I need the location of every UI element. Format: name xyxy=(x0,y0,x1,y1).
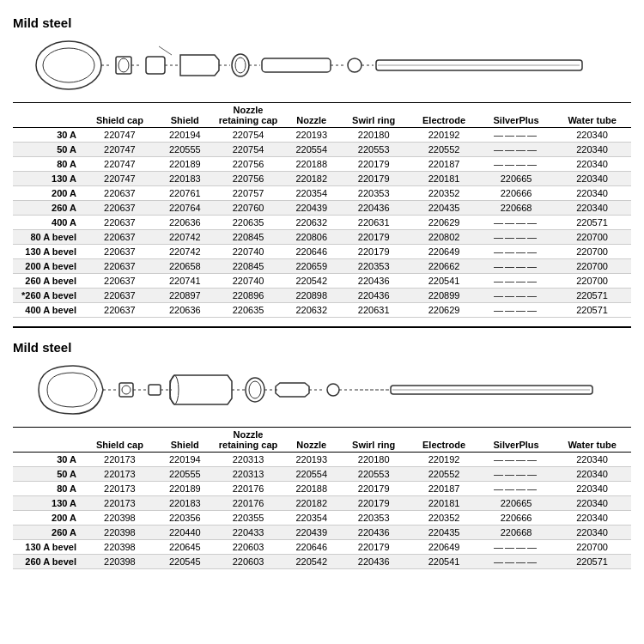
row-cell: ———— xyxy=(479,467,553,482)
row-cell: 220180 xyxy=(338,453,409,467)
row-cell: 220747 xyxy=(82,143,158,157)
row-cell: 220340 xyxy=(553,453,631,467)
row-cell: 220665 xyxy=(479,496,553,511)
row-cell: ———— xyxy=(479,128,553,143)
diagram2 xyxy=(13,360,631,420)
row-label: 130 A xyxy=(13,496,82,511)
table-row: 200 A22063722076122075722035422035322035… xyxy=(13,186,631,201)
row-cell: 220756 xyxy=(212,172,285,186)
section2-title: Mild steel xyxy=(13,340,631,355)
row-cell: 220665 xyxy=(479,172,553,186)
col2-header-swirl: Swirl ring xyxy=(338,428,409,453)
row-cell: 220194 xyxy=(158,128,212,143)
col-header-silverplus: SilverPlus xyxy=(479,103,553,128)
row-cell: 220435 xyxy=(409,201,479,216)
row-cell: 220436 xyxy=(338,201,409,216)
row-cell: 220192 xyxy=(409,128,479,143)
row-cell: 220188 xyxy=(284,157,338,172)
col2-header-label xyxy=(13,428,82,453)
row-cell: 220554 xyxy=(284,143,338,157)
col-header-electrode: Electrode xyxy=(409,103,479,128)
row-label: 30 A xyxy=(13,128,82,143)
row-cell: 220313 xyxy=(212,453,285,467)
row-cell: 220352 xyxy=(409,186,479,201)
col2-header-nozzle-ret: Nozzleretaining cap xyxy=(212,428,285,453)
col-header-nozzle: Nozzle xyxy=(284,103,338,128)
table-row: 30 A220173220194220313220193220180220192… xyxy=(13,453,631,467)
table-row: 80 A220747220189220756220188220179220187… xyxy=(13,157,631,172)
row-cell: 220182 xyxy=(284,496,338,511)
row-cell: 220183 xyxy=(158,496,212,511)
row-cell: 220649 xyxy=(409,540,479,555)
row-cell: 220194 xyxy=(158,453,212,467)
row-cell: 220353 xyxy=(338,259,409,274)
row-cell: 220740 xyxy=(212,245,285,259)
row-cell: 220649 xyxy=(409,245,479,259)
svg-rect-21 xyxy=(119,383,133,397)
row-cell: 220632 xyxy=(284,216,338,230)
row-label: 200 A bevel xyxy=(13,259,82,274)
row-label: 130 A xyxy=(13,172,82,186)
row-cell: 220636 xyxy=(158,216,212,230)
row-cell: 220439 xyxy=(284,201,338,216)
row-cell: 220658 xyxy=(158,259,212,274)
svg-point-16 xyxy=(348,58,361,72)
col2-header-shield: Shield xyxy=(158,428,212,453)
row-cell: ———— xyxy=(479,143,553,157)
svg-rect-13 xyxy=(262,58,331,72)
row-cell: 220340 xyxy=(553,157,631,172)
row-cell: 220754 xyxy=(212,143,285,157)
row-cell: 220181 xyxy=(409,172,479,186)
row-label: 130 A bevel xyxy=(13,245,82,259)
row-cell: ———— xyxy=(479,555,553,569)
table-section2: Shield cap Shield Nozzleretaining cap No… xyxy=(13,427,631,569)
row-cell: 220398 xyxy=(82,540,158,555)
row-cell: 220173 xyxy=(82,482,158,496)
row-cell: 220764 xyxy=(158,201,212,216)
row-cell: 220646 xyxy=(284,245,338,259)
row-cell: 220659 xyxy=(284,259,338,274)
col-header-shield: Shield xyxy=(158,103,212,128)
row-label: 80 A xyxy=(13,157,82,172)
row-label: 130 A bevel xyxy=(13,540,82,555)
table-row: 260 A bevel22063722074122074022054222043… xyxy=(13,274,631,289)
table-row: 130 A bevel22063722074222074022064622017… xyxy=(13,245,631,259)
row-cell: 220179 xyxy=(338,230,409,245)
table-section1: Shield cap Shield Nozzleretaining cap No… xyxy=(13,102,631,318)
row-cell: 220571 xyxy=(553,289,631,303)
row-cell: 220553 xyxy=(338,143,409,157)
row-cell: 220756 xyxy=(212,157,285,172)
row-cell: 220757 xyxy=(212,186,285,201)
row-cell: 220629 xyxy=(409,303,479,318)
row-cell: 220645 xyxy=(158,540,212,555)
row-cell: 220340 xyxy=(553,172,631,186)
svg-point-11 xyxy=(235,58,246,73)
table-row: 80 A220173220189220176220188220179220187… xyxy=(13,482,631,496)
row-label: 50 A xyxy=(13,143,82,157)
col2-header-electrode: Electrode xyxy=(409,428,479,453)
row-cell: 220897 xyxy=(158,289,212,303)
row-cell: 220340 xyxy=(553,467,631,482)
row-label: 80 A bevel xyxy=(13,230,82,245)
col2-header-nozzle: Nozzle xyxy=(284,428,338,453)
row-cell: 220631 xyxy=(338,216,409,230)
row-label: 50 A xyxy=(13,467,82,482)
svg-rect-7 xyxy=(146,57,165,74)
row-cell: 220666 xyxy=(479,186,553,201)
row-cell: 220179 xyxy=(338,245,409,259)
row-cell: ———— xyxy=(479,303,553,318)
row-cell: ———— xyxy=(479,453,553,467)
row-cell: 220179 xyxy=(338,157,409,172)
row-cell: 220340 xyxy=(553,511,631,526)
row-cell: ———— xyxy=(479,216,553,230)
row-cell: 220637 xyxy=(82,259,158,274)
row-cell: 220571 xyxy=(553,216,631,230)
row-cell: ———— xyxy=(479,245,553,259)
row-cell: 220740 xyxy=(212,274,285,289)
row-cell: ———— xyxy=(479,289,553,303)
row-cell: 220313 xyxy=(212,467,285,482)
row-cell: 220183 xyxy=(158,172,212,186)
row-cell: 220554 xyxy=(284,467,338,482)
row-cell: 220173 xyxy=(82,453,158,467)
svg-point-1 xyxy=(43,48,94,82)
